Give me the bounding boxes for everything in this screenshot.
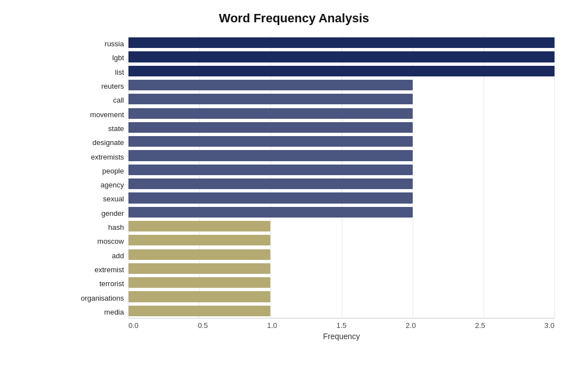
bar-row xyxy=(128,192,413,203)
bar-label: terrorist xyxy=(67,277,128,291)
x-axis-label: Frequency xyxy=(128,332,554,341)
bar-label: russia xyxy=(67,37,128,51)
x-tick-5: 2.5 xyxy=(475,321,485,330)
chart-container: Word Frequency Analysis russialgbtlistre… xyxy=(0,0,588,391)
bar-label: lgbt xyxy=(67,51,128,65)
bar-row xyxy=(128,37,554,48)
bar-row xyxy=(128,306,270,316)
x-tick-2: 1.0 xyxy=(267,321,277,330)
bar-row xyxy=(128,178,413,189)
bar-label: sexual xyxy=(67,192,128,206)
bar-row xyxy=(128,66,554,76)
bar-row xyxy=(128,249,270,260)
bar-row xyxy=(128,207,413,218)
x-tick-3: 1.5 xyxy=(336,321,346,330)
bar-row xyxy=(128,291,270,302)
x-tick-4: 2.0 xyxy=(406,321,416,330)
bar-row xyxy=(128,136,413,147)
bar-label: call xyxy=(67,93,128,107)
bar-row xyxy=(128,122,413,133)
bar-row xyxy=(128,150,413,161)
bar-label: hash xyxy=(67,220,128,234)
bar-row xyxy=(128,221,270,231)
bar-row xyxy=(128,277,270,288)
bar-label: people xyxy=(67,164,128,178)
bar-label: state xyxy=(67,122,128,136)
bar-label: moscow xyxy=(67,234,128,248)
bar-row xyxy=(128,80,413,90)
bar-label: add xyxy=(67,249,128,263)
bar-row xyxy=(128,235,270,245)
bar-label: designate xyxy=(67,136,128,149)
bar-row xyxy=(128,165,413,175)
chart-title: Word Frequency Analysis xyxy=(34,11,554,26)
bar-row xyxy=(128,94,413,104)
bars-container xyxy=(128,36,554,318)
x-axis-line xyxy=(128,318,554,318)
bar-label: extremists xyxy=(67,149,128,163)
bar-label: reuters xyxy=(67,79,128,93)
bar-label: extremist xyxy=(67,263,128,277)
x-tick-1: 0.5 xyxy=(198,321,208,330)
x-tick-6: 3.0 xyxy=(544,321,554,330)
bar-label: organisations xyxy=(67,291,128,305)
bar-label: list xyxy=(67,65,128,79)
bar-row xyxy=(128,108,413,119)
bar-label: media xyxy=(67,305,128,319)
bar-label: agency xyxy=(67,178,128,192)
labels-container: russialgbtlistreuterscallmovementstatede… xyxy=(67,36,128,318)
bar-row xyxy=(128,51,554,62)
x-tick-0: 0.0 xyxy=(128,321,138,330)
bar-label: gender xyxy=(67,206,128,220)
x-axis-ticks: 0.0 0.5 1.0 1.5 2.0 2.5 3.0 xyxy=(128,321,554,330)
bar-label: movement xyxy=(67,108,128,122)
x-axis: 0.0 0.5 1.0 1.5 2.0 2.5 3.0 Frequency xyxy=(128,318,554,340)
bar-row xyxy=(128,263,270,274)
